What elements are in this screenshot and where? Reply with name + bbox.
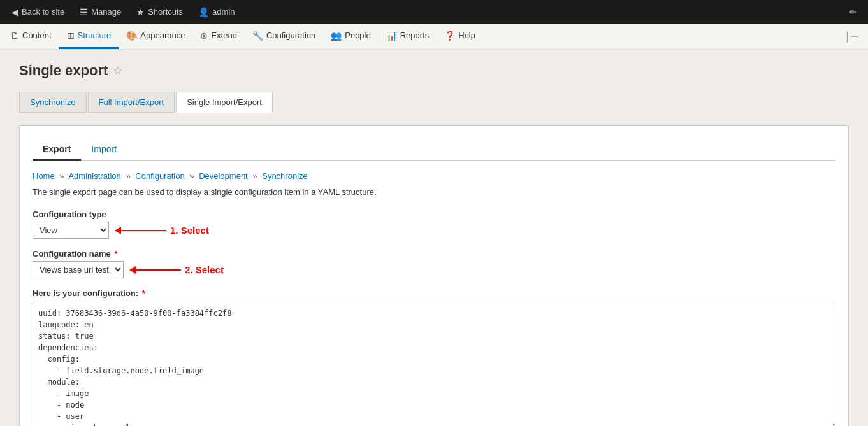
breadcrumb-sep-2: » [126, 171, 130, 181]
breadcrumb-sep-3: » [189, 171, 194, 181]
breadcrumb-sep-4: » [252, 171, 257, 181]
nav-help-label: Help [458, 31, 475, 40]
nav-item-content[interactable]: 🗋 Content [3, 24, 59, 49]
config-type-row: View Content Type Field Image Style Menu… [33, 222, 835, 239]
tab-synchronize[interactable]: Synchronize [19, 92, 87, 113]
reports-nav-icon: 📊 [386, 31, 397, 41]
content-nav-icon: 🗋 [10, 31, 19, 41]
structure-nav-icon: ⊞ [67, 31, 75, 41]
config-name-row: Views base url test 2. Select [33, 261, 835, 278]
annotation-2: 2. Select [130, 264, 224, 275]
nav-people-label: People [345, 31, 370, 40]
annotation-1-label: 1. Select [170, 225, 209, 236]
sub-tab-import-label: Import [91, 144, 117, 154]
page-title-row: Single export ☆ [19, 62, 849, 79]
appearance-nav-icon: 🎨 [126, 31, 137, 41]
sub-tab-export-label: Export [43, 144, 71, 154]
config-output-textarea[interactable]: uuid: 37683436-39d6-4a50-9f00-fa3384ffc2… [33, 302, 835, 426]
config-name-group: Configuration name * Views base url test… [33, 249, 835, 278]
annotation-1: 1. Select [115, 225, 209, 236]
arrow-line-1 [115, 230, 166, 231]
arrow-line-2 [130, 269, 181, 271]
admin-icon: 👤 [198, 7, 209, 17]
shortcuts-label: Shortcuts [148, 7, 183, 17]
edit-icon[interactable]: ✏ [843, 7, 863, 17]
breadcrumb-synchronize[interactable]: Synchronize [262, 171, 308, 181]
config-type-group: Configuration type View Content Type Fie… [33, 209, 835, 239]
sub-tab-import[interactable]: Import [81, 139, 127, 161]
sub-tabs: Export Import [33, 139, 835, 161]
config-type-label: Configuration type [33, 209, 835, 219]
nav-item-configuration[interactable]: 🔧 Configuration [245, 24, 323, 49]
config-type-select[interactable]: View Content Type Field Image Style Menu… [33, 222, 109, 239]
breadcrumb-sep-1: » [59, 171, 64, 181]
breadcrumb-administration[interactable]: Administration [68, 171, 120, 181]
nav-item-appearance[interactable]: 🎨 Appearance [119, 24, 192, 49]
config-name-select[interactable]: Views base url test [33, 261, 124, 278]
main-content: Single export ☆ Synchronize Full Import/… [0, 50, 868, 426]
manage-icon: ☰ [80, 7, 88, 17]
shortcuts-icon: ★ [136, 7, 145, 17]
nav-reports-label: Reports [400, 31, 430, 40]
help-nav-icon: ❓ [444, 31, 455, 41]
nav-appearance-label: Appearance [140, 31, 185, 40]
breadcrumb-home[interactable]: Home [33, 171, 55, 181]
admin-user-link[interactable]: 👤 admin [192, 0, 241, 24]
favorite-star-icon[interactable]: ☆ [113, 64, 123, 78]
nav-item-people[interactable]: 👥 People [323, 24, 378, 49]
page-description: The single export page can be used to di… [33, 187, 835, 197]
admin-bar: ◀ Back to site ☰ Manage ★ Shortcuts 👤 ad… [0, 0, 868, 24]
tab-single-import-export[interactable]: Single Import/Export [176, 92, 273, 113]
nav-bar: 🗋 Content ⊞ Structure 🎨 Appearance ⊕ Ext… [0, 24, 868, 50]
breadcrumb-development[interactable]: Development [199, 171, 248, 181]
page-title: Single export [19, 62, 108, 79]
admin-label: admin [212, 7, 235, 17]
back-to-site-link[interactable]: ◀ Back to site [5, 0, 71, 24]
tab-full-import-export[interactable]: Full Import/Export [88, 92, 175, 113]
nav-item-structure[interactable]: ⊞ Structure [59, 24, 119, 49]
manage-label: Manage [91, 7, 121, 17]
nav-extend-label: Extend [211, 31, 236, 40]
nav-content-label: Content [22, 31, 52, 40]
top-tabs: Synchronize Full Import/Export Single Im… [19, 92, 849, 113]
config-output-required: * [142, 288, 145, 298]
annotation-2-label: 2. Select [185, 264, 224, 275]
nav-item-help[interactable]: ❓ Help [437, 24, 483, 49]
content-panel: Export Import Home » Administration » Co… [19, 125, 849, 426]
breadcrumb: Home » Administration » Configuration » … [33, 171, 835, 181]
manage-link[interactable]: ☰ Manage [73, 0, 127, 24]
nav-structure-label: Structure [78, 31, 112, 40]
sub-tab-export[interactable]: Export [33, 139, 81, 161]
people-nav-icon: 👥 [331, 31, 342, 41]
shortcuts-link[interactable]: ★ Shortcuts [130, 0, 189, 24]
config-nav-icon: 🔧 [252, 31, 263, 41]
nav-item-extend[interactable]: ⊕ Extend [192, 24, 244, 49]
nav-config-label: Configuration [266, 31, 315, 40]
back-icon: ◀ [11, 7, 18, 17]
config-output-group: Here is your configuration: * uuid: 3768… [33, 288, 835, 426]
extend-nav-icon: ⊕ [200, 31, 208, 41]
config-name-required: * [114, 249, 117, 259]
nav-item-reports[interactable]: 📊 Reports [379, 24, 437, 49]
nav-bar-right: |→ [846, 30, 865, 43]
config-output-label: Here is your configuration: * [33, 288, 835, 298]
breadcrumb-configuration[interactable]: Configuration [135, 171, 184, 181]
back-to-site-label: Back to site [22, 7, 64, 17]
config-name-label: Configuration name * [33, 249, 835, 259]
